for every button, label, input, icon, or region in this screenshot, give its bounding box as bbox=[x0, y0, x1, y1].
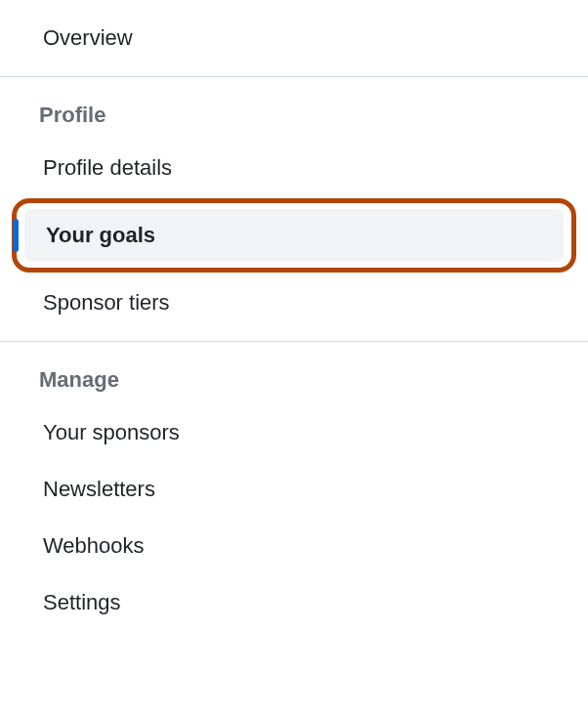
nav-item-label: Your goals bbox=[46, 223, 155, 248]
section-heading-manage: Manage bbox=[0, 350, 588, 402]
nav-item-label: Your sponsors bbox=[43, 420, 180, 445]
nav-item-label: Sponsor tiers bbox=[43, 290, 170, 315]
nav-item-profile-details[interactable]: Profile details bbox=[21, 142, 567, 194]
nav-item-sponsor-tiers[interactable]: Sponsor tiers bbox=[21, 276, 567, 329]
nav-item-settings[interactable]: Settings bbox=[21, 576, 567, 629]
nav-item-overview[interactable]: Overview bbox=[21, 12, 567, 64]
nav-item-label: Overview bbox=[43, 25, 133, 51]
nav-item-newsletters[interactable]: Newsletters bbox=[21, 463, 567, 516]
highlight-annotation: Your goals bbox=[12, 198, 576, 273]
nav-item-label: Profile details bbox=[43, 155, 172, 181]
nav-item-label: Newsletters bbox=[43, 477, 155, 502]
nav-item-label: Settings bbox=[43, 590, 121, 615]
nav-item-your-goals[interactable]: Your goals bbox=[24, 209, 564, 262]
section-heading-profile: Profile bbox=[0, 85, 588, 138]
nav-item-your-sponsors[interactable]: Your sponsors bbox=[21, 406, 567, 459]
nav-section-manage: Manage Your sponsors Newsletters Webhook… bbox=[0, 341, 588, 641]
nav-section-general: Overview bbox=[0, 0, 588, 76]
nav-item-webhooks[interactable]: Webhooks bbox=[21, 520, 567, 572]
nav-item-label: Webhooks bbox=[43, 533, 145, 559]
sidebar-nav: Overview Profile Profile details Your go… bbox=[0, 0, 588, 641]
nav-section-profile: Profile Profile details Your goals Spons… bbox=[0, 76, 588, 341]
